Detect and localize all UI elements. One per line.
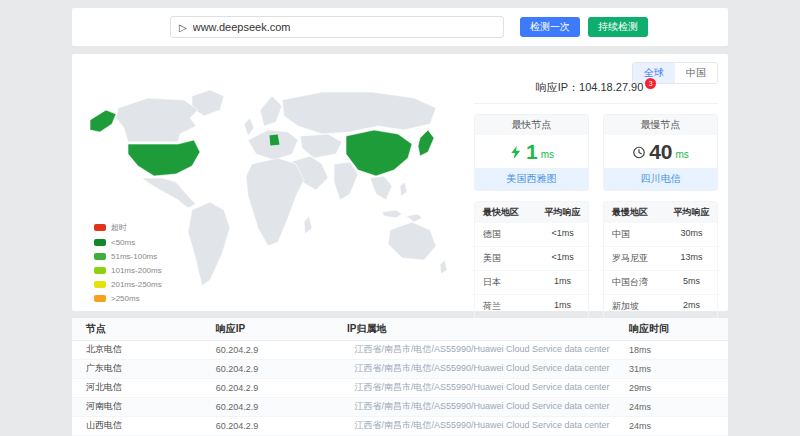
fastest-node-card: 最快节点 1 ms 美国西雅图 <box>474 114 589 191</box>
node-name: 北京电信 <box>72 340 210 359</box>
list-item: 中国30ms <box>604 223 717 247</box>
node-latency: 24ms <box>623 397 728 416</box>
country-greenland <box>192 90 224 116</box>
response-ip-value: 104.18.27.90 <box>579 81 643 93</box>
continuous-check-button[interactable]: 持续检测 <box>588 17 648 37</box>
node-ip: 60.204.2.9 <box>210 359 341 378</box>
legend-swatch <box>94 281 106 288</box>
country-madagascar <box>304 216 312 234</box>
table-row: 河北电信 60.204.2.9 江西省/南昌市/电信/AS55990/Huawe… <box>72 378 728 397</box>
summary-column: 响应IP：104.18.27.903 最快节点 1 ms 美国西雅图 最慢节点 <box>474 78 718 319</box>
country-russia <box>282 92 436 134</box>
slowest-node-card: 最慢节点 40 ms 四川电信 <box>603 114 718 191</box>
table-row: 河南电信 60.204.2.9 江西省/南昌市/电信/AS55990/Huawe… <box>72 397 728 416</box>
country-usa <box>128 140 200 176</box>
legend-item: <50ms <box>94 238 162 247</box>
fastest-regions-table: 最快地区 平均响应 德国<1ms 美国<1ms 日本1ms 荷兰1ms <box>474 201 589 319</box>
clock-icon <box>632 144 646 162</box>
country-south-america <box>188 202 230 286</box>
response-ip-label: 响应IP： <box>536 81 579 93</box>
legend-swatch <box>94 224 106 231</box>
table-header: 最快地区 平均响应 <box>475 202 588 223</box>
region-tables: 最快地区 平均响应 德国<1ms 美国<1ms 日本1ms 荷兰1ms 最慢地区… <box>474 201 718 319</box>
node-latency: 31ms <box>623 359 728 378</box>
country-indonesia-east <box>406 214 422 222</box>
country-china <box>346 130 412 176</box>
country-japan <box>418 130 434 156</box>
legend-item: 超时 <box>94 222 162 233</box>
list-item: 荷兰1ms <box>475 295 588 318</box>
legend-swatch <box>94 295 106 302</box>
legend-item: 51ms-100ms <box>94 252 162 261</box>
slowest-latency-value: 40 <box>649 142 672 162</box>
legend-swatch <box>94 253 106 260</box>
node-location: 江西省/南昌市/电信/AS55990/Huawei Cloud Service … <box>341 378 623 397</box>
country-indonesia <box>382 210 402 218</box>
node-name: 河南电信 <box>72 397 210 416</box>
slowest-node-title: 最慢节点 <box>604 115 717 135</box>
region-africa <box>246 158 304 246</box>
search-bar: ▷ 检测一次 持续检测 <box>72 8 728 46</box>
list-item: 新加坡2ms <box>604 295 717 318</box>
nodes-panel: 节点 响应IP IP归属地 响应时间 北京电信 60.204.2.9 江西省/南… <box>72 318 728 436</box>
column-header-ip: 响应IP <box>210 318 341 340</box>
country-alaska <box>90 110 116 132</box>
lightning-icon <box>509 144 523 162</box>
check-once-button[interactable]: 检测一次 <box>520 17 580 37</box>
country-india <box>334 162 358 200</box>
legend-item: >250ms <box>94 294 162 303</box>
list-item: 日本1ms <box>475 271 588 295</box>
node-ip: 60.204.2.9 <box>210 378 341 397</box>
node-ip: 60.204.2.9 <box>210 340 341 359</box>
fastest-latency-unit: ms <box>541 149 554 162</box>
column-header-latency: 响应时间 <box>623 318 728 340</box>
region-southeast-asia <box>370 176 392 200</box>
node-latency: 18ms <box>623 340 728 359</box>
node-latency: 29ms <box>623 378 728 397</box>
table-row: 山西电信 60.204.2.9 江西省/南昌市/电信/AS55990/Huawe… <box>72 416 728 435</box>
table-header: 最慢地区 平均响应 <box>604 202 717 223</box>
slowest-regions-table: 最慢地区 平均响应 中国30ms 罗马尼亚13ms 中国台湾5ms 新加坡2ms <box>603 201 718 319</box>
response-ip: 响应IP：104.18.27.903 <box>474 78 718 104</box>
node-ip: 60.204.2.9 <box>210 397 341 416</box>
table-row: 广东电信 60.204.2.9 江西省/南昌市/电信/AS55990/Huawe… <box>72 359 728 378</box>
slowest-node-name: 四川电信 <box>604 168 717 190</box>
result-panel: 全球 中国 超时 <50ms <box>72 54 728 311</box>
fastest-latency-value: 1 <box>526 142 538 162</box>
country-canada <box>116 98 198 142</box>
table-row: 北京电信 60.204.2.9 江西省/南昌市/电信/AS55990/Huawe… <box>72 340 728 359</box>
legend-swatch <box>94 267 106 274</box>
country-australia <box>388 222 436 260</box>
node-location: 江西省/南昌市/电信/AS55990/Huawei Cloud Service … <box>341 416 623 435</box>
column-header-location: IP归属地 <box>341 318 623 340</box>
list-item: 罗马尼亚13ms <box>604 247 717 271</box>
slowest-latency-unit: ms <box>676 149 689 162</box>
node-name: 河北电信 <box>72 378 210 397</box>
country-mexico <box>142 178 196 208</box>
region-central-asia <box>300 134 342 158</box>
node-location: 江西省/南昌市/电信/AS55990/Huawei Cloud Service … <box>341 340 623 359</box>
legend-swatch <box>94 239 106 246</box>
node-ip: 60.204.2.9 <box>210 416 341 435</box>
node-latency: 24ms <box>623 416 728 435</box>
country-uk <box>244 118 254 136</box>
node-location: 江西省/南昌市/电信/AS55990/Huawei Cloud Service … <box>341 397 623 416</box>
country-germany <box>269 134 280 146</box>
node-name: 广东电信 <box>72 359 210 378</box>
country-philippines <box>400 182 407 196</box>
legend-item: 201ms-250ms <box>94 280 162 289</box>
play-icon: ▷ <box>179 22 187 33</box>
list-item: 中国台湾5ms <box>604 271 717 295</box>
column-header-node: 节点 <box>72 318 210 340</box>
fastest-node-title: 最快节点 <box>475 115 588 135</box>
url-input-box[interactable]: ▷ <box>170 16 504 38</box>
legend-item: 101ms-200ms <box>94 266 162 275</box>
fastest-node-name: 美国西雅图 <box>475 168 588 190</box>
country-scandinavia <box>260 96 282 126</box>
nodes-table: 节点 响应IP IP归属地 响应时间 北京电信 60.204.2.9 江西省/南… <box>72 318 728 436</box>
node-location: 江西省/南昌市/电信/AS55990/Huawei Cloud Service … <box>341 359 623 378</box>
country-new-zealand <box>440 260 447 274</box>
stat-cards: 最快节点 1 ms 美国西雅图 最慢节点 40 ms <box>474 114 718 191</box>
url-input[interactable] <box>193 21 495 33</box>
node-name: 山西电信 <box>72 416 210 435</box>
